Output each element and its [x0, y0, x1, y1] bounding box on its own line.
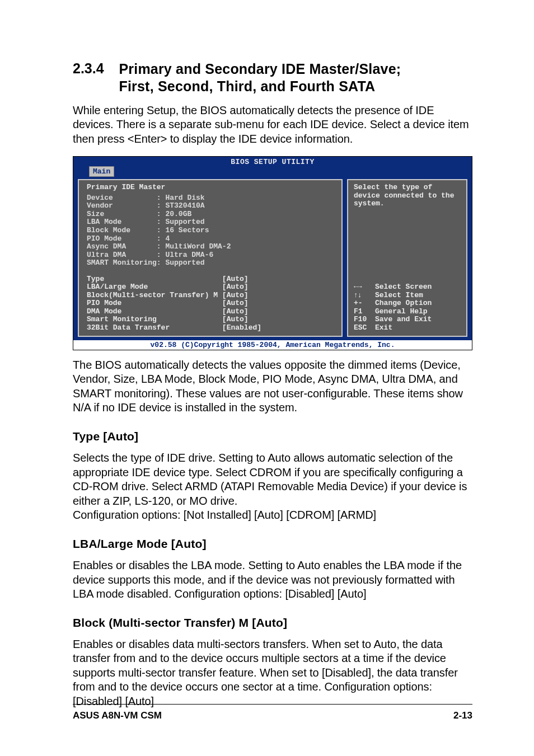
subheading-block: Block (Multi-sector Transfer) M [Auto]	[73, 616, 472, 630]
sub-body-type: Selects the type of IDE drive. Setting t…	[73, 451, 472, 523]
bios-info-row: PIO Mode : 4	[87, 234, 170, 243]
f1-key: F1	[354, 308, 375, 316]
section-title: Primary and Secondary IDE Master/Slave; …	[119, 60, 401, 96]
bios-info-row: Size : 20.0GB	[87, 210, 191, 218]
bios-nav: ←→Select Screen ↑↓Select Item +-Change O…	[354, 283, 461, 332]
bios-setting-row[interactable]: Smart Monitoring [Auto]	[87, 316, 334, 324]
bios-info-row: SMART Monitoring: Supported	[87, 259, 205, 267]
bios-panel-title: Primary IDE Master	[87, 184, 334, 192]
bios-info-row: Block Mode : 16 Sectors	[87, 226, 209, 234]
bios-setting-row[interactable]: Type [Auto]	[87, 275, 334, 284]
bios-body: Primary IDE Master Device : Hard Disk Ve…	[73, 177, 472, 340]
bios-right-panel: Select the type of device connected to t…	[347, 179, 467, 336]
bios-setting-row[interactable]: 32Bit Data Transfer [Enabled]	[87, 324, 334, 332]
bios-help-text: Select the type of device connected to t…	[354, 184, 461, 283]
sub-body-block: Enables or disables data multi-sectors t…	[73, 637, 472, 709]
bios-setting-row[interactable]: PIO Mode [Auto]	[87, 299, 334, 308]
bios-tab-main[interactable]: Main	[89, 166, 114, 177]
plus-minus-icon: +-	[354, 299, 375, 308]
bios-setting-row[interactable]: LBA/Large Mode [Auto]	[87, 283, 334, 292]
f10-key: F10	[354, 316, 375, 324]
bios-info-row: LBA Mode : Supported	[87, 218, 205, 226]
section-header: 2.3.4 Primary and Secondary IDE Master/S…	[73, 60, 472, 96]
esc-key: ESC	[354, 324, 375, 332]
bios-info-row: Ultra DMA : Ultra DMA-6	[87, 251, 213, 259]
page-footer: ASUS A8N-VM CSM 2-13	[73, 704, 472, 721]
subheading-lba: LBA/Large Mode [Auto]	[73, 537, 472, 551]
post-bios-paragraph: The BIOS automatically detects the value…	[73, 358, 472, 415]
footer-left: ASUS A8N-VM CSM	[73, 710, 162, 721]
bios-info-row: Device : Hard Disk	[87, 194, 205, 202]
intro-paragraph: While entering Setup, the BIOS automatic…	[73, 104, 472, 147]
section-number: 2.3.4	[73, 60, 116, 77]
bios-setting-row[interactable]: Block(Multi-sector Transfer) M [Auto]	[87, 292, 334, 300]
subheading-type: Type [Auto]	[73, 430, 472, 443]
bios-info-row: Async DMA : MultiWord DMA-2	[87, 242, 231, 251]
sub-body-lba: Enables or disables the LBA mode. Settin…	[73, 558, 472, 602]
bios-header: BIOS SETUP UTILITY	[73, 157, 472, 166]
bios-setting-row[interactable]: DMA Mode [Auto]	[87, 308, 334, 316]
left-right-arrow-icon: ←→	[354, 283, 375, 292]
bios-footer: v02.58 (C)Copyright 1985-2004, American …	[73, 340, 472, 350]
bios-screenshot: BIOS SETUP UTILITY Main Primary IDE Mast…	[73, 156, 472, 350]
up-down-arrow-icon: ↑↓	[354, 292, 375, 300]
bios-tabs: Main	[73, 166, 472, 177]
bios-info-row: Vendor : ST320410A	[87, 201, 205, 210]
footer-right: 2-13	[453, 710, 472, 721]
bios-left-panel: Primary IDE Master Device : Hard Disk Ve…	[78, 179, 343, 336]
